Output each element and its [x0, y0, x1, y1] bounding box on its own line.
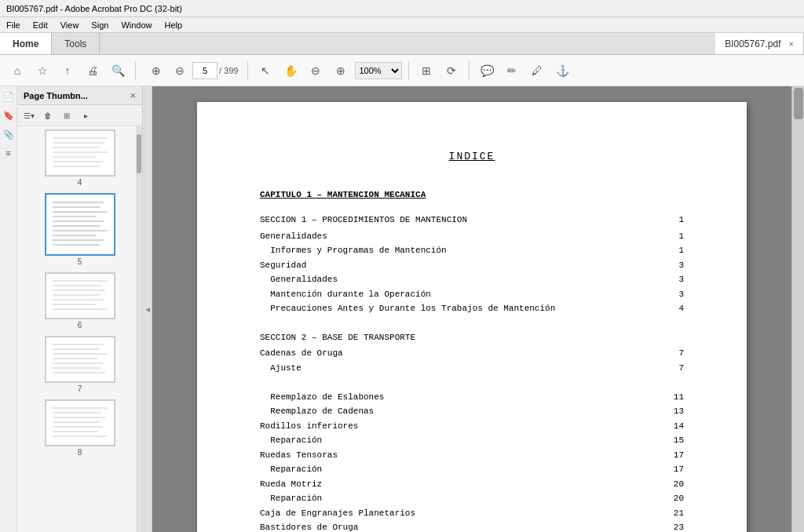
tab-bar: Home Tools BI005767.pdf ×: [0, 33, 804, 55]
zoom-out-button[interactable]: ⊖: [305, 60, 327, 82]
thumbnail-preview-7: [49, 338, 111, 381]
thumbnail-preview-4: [49, 132, 111, 175]
thumbnail-label-7: 7: [78, 384, 82, 393]
pdf-item-caja: Caja de Engranajes Planetarios 21: [260, 507, 684, 520]
main-scrollbar[interactable]: [791, 86, 804, 532]
toolbar-separator-3: [408, 61, 409, 80]
menu-file[interactable]: File: [6, 20, 20, 30]
bookmark-button[interactable]: ☆: [31, 60, 53, 82]
next-page-button[interactable]: ⊖: [169, 60, 191, 82]
tab-file[interactable]: BI005767.pdf ×: [715, 33, 804, 54]
pdf-viewer[interactable]: INDICE CAPITULO 1 – MANTENCION MECANICA …: [152, 86, 791, 532]
pdf-item-ruedas-tensoras-rep: Reparación 17: [260, 463, 684, 476]
panel-toolbar: ☰▾ 🗑 ⊞ ▸: [17, 105, 142, 126]
highlight-button[interactable]: ✏: [501, 60, 523, 82]
toolbar-separator-2: [247, 61, 248, 80]
pdf-section1-page: 1: [668, 213, 684, 227]
pdf-item-informes: Informes y Programas de Mantención 1: [260, 244, 684, 257]
panel-scroll-thumb: [137, 134, 141, 173]
panel-delete-button[interactable]: 🗑: [39, 107, 57, 124]
panel-content: 4: [17, 126, 142, 532]
left-icon-bar: 📄 🔖 📎 ≡: [0, 86, 17, 532]
pdf-chapter1-title: CAPITULO 1 – MANTENCION MECANICA: [260, 188, 684, 202]
upload-button[interactable]: ↑: [57, 60, 79, 82]
tab-close-button[interactable]: ×: [789, 39, 794, 49]
panel-embed-button[interactable]: ⊞: [58, 107, 75, 124]
menu-view[interactable]: View: [60, 20, 79, 30]
pdf-content: INDICE CAPITULO 1 – MANTENCION MECANICA …: [260, 149, 684, 532]
thumbnail-item-8[interactable]: 8: [45, 399, 115, 457]
pdf-section2-title-text: SECCION 2 – BASE DE TRANSPORTE: [260, 331, 684, 344]
tab-home[interactable]: Home: [0, 33, 52, 54]
hand-tool-button[interactable]: ✋: [280, 60, 302, 82]
bookmark-panel-icon[interactable]: 🔖: [2, 108, 16, 122]
page-number-input[interactable]: [192, 62, 217, 79]
toolbar: ⌂ ☆ ↑ 🖨 🔍 ⊕ ⊖ / 399 ↖ ✋ ⊖ ⊕ 100% 75% 125…: [0, 55, 804, 86]
rotate-button[interactable]: ⟳: [440, 60, 462, 82]
pdf-page: INDICE CAPITULO 1 – MANTENCION MECANICA …: [197, 102, 747, 532]
attachment-icon[interactable]: 📎: [2, 127, 16, 141]
pdf-item-spacer: [260, 376, 684, 389]
select-tool-button[interactable]: ↖: [254, 60, 276, 82]
pdf-item-precauciones: Precauciones Antes y Durante los Trabajo…: [260, 302, 684, 315]
thumbnail-item-6[interactable]: 6: [45, 272, 115, 330]
thumbnail-item-7[interactable]: 7: [45, 336, 115, 393]
pdf-item-rueda-motriz-rep: Reparación 20: [260, 492, 684, 505]
thumbnail-label-6: 6: [78, 321, 82, 330]
title-bar-text: BI005767.pdf - Adobe Acrobat Pro DC (32-…: [6, 4, 798, 13]
thumbnail-panel: Page Thumbn... × ☰▾ 🗑 ⊞ ▸: [17, 86, 143, 532]
pdf-chapter1-section: CAPITULO 1 – MANTENCION MECANICA SECCION…: [260, 188, 684, 315]
fit-button[interactable]: ⊞: [415, 60, 437, 82]
pdf-item-cadenas: Cadenas de Oruga 7: [260, 347, 684, 360]
home-toolbar-button[interactable]: ⌂: [6, 60, 28, 82]
prev-page-button[interactable]: ⊕: [145, 60, 167, 82]
draw-button[interactable]: 🖊: [526, 60, 548, 82]
pdf-section1-title-text: SECCION 1 – PROCEDIMIENTOS DE MANTENCION: [260, 213, 668, 227]
pdf-section2-block: SECCION 2 – BASE DE TRANSPORTE Cadenas d…: [260, 331, 684, 533]
panel-scrollbar[interactable]: [136, 126, 142, 532]
menu-help[interactable]: Help: [165, 20, 183, 30]
thumbnail-list: 4: [17, 126, 142, 532]
toolbar-separator-4: [469, 61, 470, 80]
pdf-item-generalidades2: Generalidades 3: [260, 273, 684, 286]
zoom-in-button[interactable]: ⊕: [330, 60, 352, 82]
pdf-item-mantencion-op: Mantención durante la Operación 3: [260, 288, 684, 301]
menu-bar: File Edit View Sign Window Help: [0, 17, 804, 33]
stamp-button[interactable]: ⚓: [551, 60, 573, 82]
menu-sign[interactable]: Sign: [91, 20, 108, 30]
page-total-label: / 399: [219, 66, 238, 75]
pdf-section1-items: Generalidades 1 Informes y Programas de …: [260, 230, 684, 315]
zoom-dropdown[interactable]: 100% 75% 125% 150% Fit Page: [355, 62, 402, 79]
thumbnail-item-4[interactable]: 4: [45, 129, 115, 187]
pdf-item-rodillos-rep: Reparación 15: [260, 434, 684, 447]
pdf-item-seguridad: Seguridad 3: [260, 259, 684, 272]
panel-collapse-handle[interactable]: ◀: [143, 86, 152, 532]
pdf-section2-header: SECCION 2 – BASE DE TRANSPORTE: [260, 331, 684, 344]
tab-tools[interactable]: Tools: [52, 33, 100, 54]
panel-header: Page Thumbn... ×: [17, 86, 142, 105]
pdf-item-reemplazo-cadenas: Reemplazo de Cadenas 13: [260, 405, 684, 418]
panel-more-button[interactable]: ▸: [77, 107, 94, 124]
svg-rect-8: [49, 196, 111, 253]
pdf-title: INDICE: [260, 149, 684, 165]
menu-edit[interactable]: Edit: [33, 20, 48, 30]
thumbnail-label-5: 5: [78, 257, 82, 266]
pdf-section1-header: SECCION 1 – PROCEDIMIENTOS DE MANTENCION…: [260, 213, 684, 227]
layers-icon[interactable]: ≡: [2, 146, 16, 160]
pdf-item-rodillos: Rodillos inferiores 14: [260, 420, 684, 433]
thumbnail-item-5[interactable]: 5: [45, 193, 115, 266]
pdf-section2-items: Cadenas de Oruga 7 Ajuste 7 Ree: [260, 347, 684, 532]
panel-option-button[interactable]: ☰▾: [20, 107, 38, 124]
pdf-item-ruedas-tensoras: Ruedas Tensoras 17: [260, 449, 684, 462]
comment-button[interactable]: 💬: [476, 60, 498, 82]
thumbnail-label-8: 8: [78, 448, 82, 457]
pdf-item-generalidades: Generalidades 1: [260, 230, 684, 243]
panel-close-button[interactable]: ×: [130, 89, 136, 101]
thumbnail-preview-5: [49, 196, 111, 253]
print-button[interactable]: 🖨: [82, 60, 104, 82]
search-button[interactable]: 🔍: [107, 60, 129, 82]
page-icon[interactable]: 📄: [2, 89, 16, 104]
pdf-item-rueda-motriz: Rueda Motriz 20: [260, 478, 684, 491]
menu-window[interactable]: Window: [121, 20, 152, 30]
panel-title: Page Thumbn...: [24, 91, 88, 100]
